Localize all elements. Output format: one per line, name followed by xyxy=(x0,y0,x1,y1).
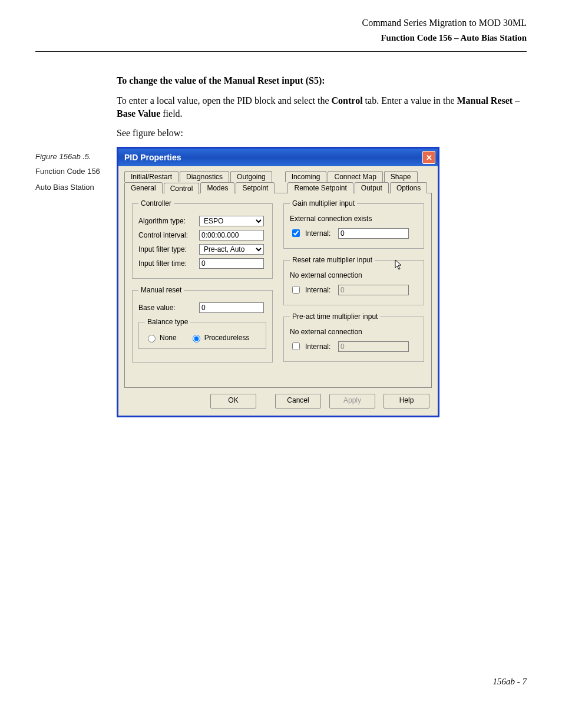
ok-button[interactable]: OK xyxy=(210,394,256,409)
doc-title: Command Series Migration to MOD 30ML xyxy=(35,18,527,28)
input-filter-type-label: Input filter type: xyxy=(138,245,194,253)
gain-internal-label: Internal: xyxy=(305,229,335,238)
sidebar-fc: Function Code 156 xyxy=(35,167,112,177)
tab-setpoint[interactable]: Setpoint xyxy=(236,182,275,193)
input-filter-time-input[interactable] xyxy=(199,258,264,269)
gain-internal-input[interactable] xyxy=(338,228,409,239)
instr-bold-control: Control xyxy=(332,95,363,106)
section-title: Function Code 156 – Auto Bias Station xyxy=(35,33,527,43)
preact-internal-input xyxy=(338,341,409,352)
tab-outgoing[interactable]: Outgoing xyxy=(230,171,272,182)
base-value-input[interactable] xyxy=(199,302,264,313)
tab-shape[interactable]: Shape xyxy=(384,171,418,182)
close-icon[interactable]: ✕ xyxy=(422,151,435,164)
tab-row-back: Initial/Restart Diagnostics Outgoing Inc… xyxy=(124,171,432,182)
manual-reset-group: Manual reset Base value: Balance type xyxy=(132,286,273,363)
tab-remote-setpoint[interactable]: Remote Setpoint xyxy=(287,182,353,193)
instr-text3: field. xyxy=(160,108,182,118)
sidebar-name: Auto Bias Station xyxy=(35,183,112,193)
algorithm-type-label: Algorithm type: xyxy=(138,217,194,225)
cursor-icon xyxy=(395,259,404,271)
tab-connect-map[interactable]: Connect Map xyxy=(328,171,382,182)
page-number: 156ab - 7 xyxy=(493,677,527,687)
instr-text2: tab. Enter a value in the xyxy=(363,95,457,106)
tab-general[interactable]: General xyxy=(124,182,163,193)
help-button[interactable]: Help xyxy=(384,394,429,409)
balance-procedureless-label: Procedureless xyxy=(204,334,250,342)
tab-incoming[interactable]: Incoming xyxy=(285,171,327,182)
tab-control[interactable]: Control xyxy=(164,183,200,194)
dialog-button-row: OK Cancel Apply Help xyxy=(118,388,438,416)
control-interval-input[interactable] xyxy=(199,230,264,241)
header-rule xyxy=(35,51,527,52)
instruction-heading: To change the value of the Manual Reset … xyxy=(117,75,527,86)
input-filter-type-select[interactable]: Pre-act, Auto xyxy=(199,244,264,255)
preact-internal-label: Internal: xyxy=(305,342,335,351)
dialog-titlebar[interactable]: PID Properties ✕ xyxy=(118,149,438,166)
gain-multiplier-group: Gain multiplier input External connectio… xyxy=(283,199,424,249)
cancel-button[interactable]: Cancel xyxy=(275,394,321,409)
tab-panel-control: Controller Algorithm type: ESPO Control … xyxy=(124,193,432,388)
dialog-title: PID Properties xyxy=(124,153,181,162)
reset-rate-status: No external connection xyxy=(290,271,418,279)
instr-text: To enter a local value, open the PID blo… xyxy=(117,95,332,106)
balance-none-radio[interactable] xyxy=(148,335,156,342)
input-filter-time-label: Input filter time: xyxy=(138,259,194,268)
reset-rate-internal-checkbox[interactable] xyxy=(292,286,300,294)
gain-internal-checkbox[interactable] xyxy=(292,229,300,237)
tab-output[interactable]: Output xyxy=(355,182,389,193)
tab-diagnostics[interactable]: Diagnostics xyxy=(180,171,229,182)
figure-label: Figure 156ab .5. xyxy=(35,152,112,161)
instruction-body: To enter a local value, open the PID blo… xyxy=(117,94,527,120)
preact-group: Pre-act time multiplier input No externa… xyxy=(283,312,424,362)
controller-group: Controller Algorithm type: ESPO Control … xyxy=(132,199,273,279)
controller-legend: Controller xyxy=(138,199,174,207)
base-value-label: Base value: xyxy=(138,304,194,312)
balance-none-label: None xyxy=(160,334,177,342)
control-interval-label: Control interval: xyxy=(138,231,194,239)
see-figure: See figure below: xyxy=(117,128,527,139)
reset-rate-internal-input xyxy=(338,285,409,295)
balance-procedureless-radio[interactable] xyxy=(193,335,200,342)
tab-modes[interactable]: Modes xyxy=(200,182,234,193)
tab-row-front: General Control Modes Setpoint Remote Se… xyxy=(124,182,432,193)
tab-options[interactable]: Options xyxy=(390,182,427,193)
reset-rate-legend: Reset rate multiplier input xyxy=(290,256,375,264)
algorithm-type-select[interactable]: ESPO xyxy=(199,216,264,226)
gain-status: External connection exists xyxy=(290,215,418,223)
preact-internal-checkbox[interactable] xyxy=(292,342,300,350)
apply-button: Apply xyxy=(329,394,375,409)
tab-initial-restart[interactable]: Initial/Restart xyxy=(124,171,178,182)
reset-rate-internal-label: Internal: xyxy=(305,286,335,294)
balance-type-legend: Balance type xyxy=(145,318,190,326)
preact-status: No external connection xyxy=(290,328,418,336)
gain-legend: Gain multiplier input xyxy=(290,199,357,207)
balance-type-group: Balance type None Procedurel xyxy=(138,318,266,349)
pid-properties-dialog: PID Properties ✕ Initial/Restart Diagnos… xyxy=(117,147,439,417)
manual-reset-legend: Manual reset xyxy=(138,286,184,294)
preact-legend: Pre-act time multiplier input xyxy=(290,312,380,321)
